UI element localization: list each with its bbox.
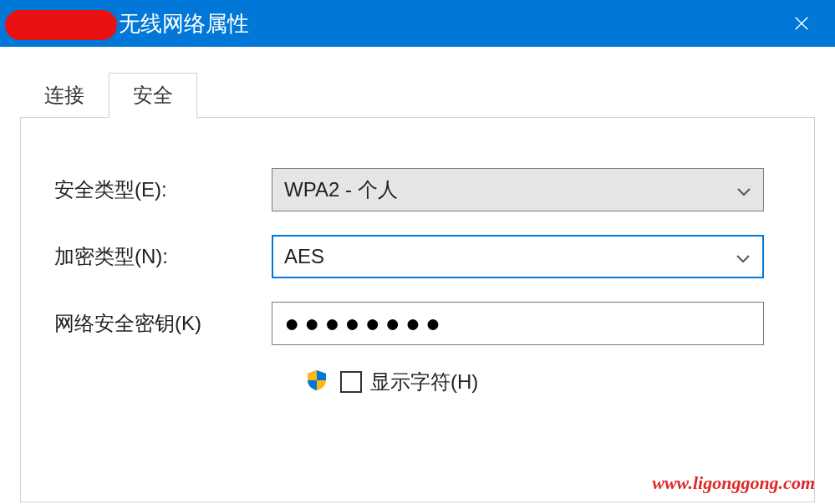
security-type-label: 安全类型(E): (54, 176, 272, 203)
encryption-type-combo[interactable]: AES (272, 235, 764, 278)
tab-strip: 连接 安全 (20, 72, 815, 118)
tab-connect-label: 连接 (44, 84, 84, 106)
show-characters-label: 显示字符(H) (370, 369, 478, 395)
shield-icon (305, 369, 328, 395)
chevron-down-icon (736, 245, 751, 268)
titlebar: 无线网络属性 (0, 0, 835, 47)
tab-connect[interactable]: 连接 (20, 73, 109, 118)
network-key-input[interactable] (272, 302, 764, 345)
window-title: 无线网络属性 (119, 9, 249, 38)
show-characters-checkbox[interactable] (340, 371, 362, 393)
redacted-network-name (5, 10, 117, 40)
encryption-type-value: AES (284, 245, 324, 268)
network-key-row: 网络安全密钥(K) (54, 302, 764, 345)
encryption-type-row: 加密类型(N): AES (54, 235, 764, 278)
security-type-row: 安全类型(E): WPA2 - 个人 (54, 168, 764, 211)
tab-security-label: 安全 (133, 84, 173, 106)
encryption-type-label: 加密类型(N): (54, 243, 272, 270)
close-icon (792, 14, 811, 33)
chevron-down-icon (736, 178, 751, 201)
tab-security[interactable]: 安全 (109, 73, 197, 118)
security-type-combo[interactable]: WPA2 - 个人 (272, 168, 764, 211)
network-key-label: 网络安全密钥(K) (54, 310, 272, 337)
security-type-value: WPA2 - 个人 (284, 176, 398, 203)
tab-panel-security: 安全类型(E): WPA2 - 个人 加密类型(N): AES (20, 118, 815, 502)
close-button[interactable] (785, 7, 818, 40)
show-characters-row: 显示字符(H) (305, 369, 764, 395)
watermark-text: www.ligonggong.com (652, 472, 815, 494)
tab-container: 连接 安全 安全类型(E): WPA2 - 个人 加密类型(N): AES (20, 72, 815, 502)
